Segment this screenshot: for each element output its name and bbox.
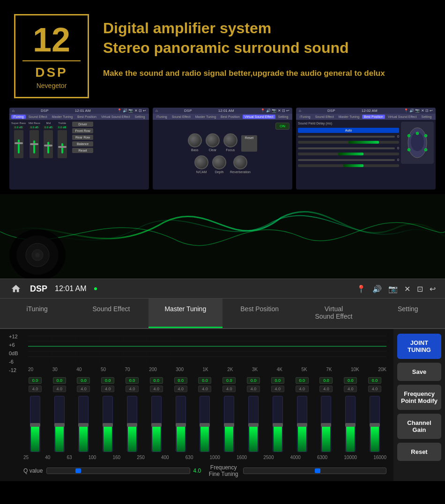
eq-slider-handle-5[interactable] xyxy=(127,423,137,427)
eq-slider-track-6[interactable] xyxy=(151,396,162,452)
tab-ituning[interactable]: iTuning xyxy=(0,299,74,328)
home-icon[interactable] xyxy=(9,282,22,295)
eq-slider-track-14[interactable] xyxy=(345,396,356,452)
eq-slider-handle-1[interactable] xyxy=(30,423,40,427)
eq-slider-15[interactable] xyxy=(363,396,386,452)
tab-sound-effect[interactable]: Sound Effect xyxy=(74,299,148,328)
eq-slider-handle-10[interactable] xyxy=(248,423,259,427)
eq-slider-track-3[interactable] xyxy=(78,396,89,452)
band-val-box-6[interactable]: 0.0 xyxy=(150,377,163,384)
eq-slider-3[interactable] xyxy=(72,396,96,452)
ss3-tab-virtual[interactable]: Virtual Sound Effect xyxy=(386,115,419,119)
tab-master-tuning[interactable]: Master Tuning xyxy=(148,299,222,328)
eq-slider-track-12[interactable] xyxy=(297,396,307,452)
eq-slider-track-1[interactable] xyxy=(30,396,40,452)
ss2-nicam-knob[interactable] xyxy=(194,155,208,169)
band-val-box-15[interactable]: 0.0 xyxy=(368,377,381,384)
band-val-box-3[interactable]: 0.0 xyxy=(77,377,90,384)
save-button[interactable]: Save xyxy=(397,363,441,381)
eq-slider-8[interactable] xyxy=(193,396,217,452)
ss1-ch4-slider[interactable] xyxy=(58,130,67,158)
ss1-btn-driver[interactable]: Driver xyxy=(72,122,93,127)
ss3-tab-setting[interactable]: Setting xyxy=(420,115,434,119)
eq-slider-11[interactable] xyxy=(266,396,289,452)
ss2-tab-setting[interactable]: Setting xyxy=(276,115,290,119)
ss2-tab-sound[interactable]: Sound Effect xyxy=(170,115,193,119)
ss3-tab-master[interactable]: Master Tuning xyxy=(337,115,361,119)
qvalue-handle[interactable] xyxy=(75,468,81,473)
eq-slider-track-7[interactable] xyxy=(176,396,186,452)
eq-slider-track-11[interactable] xyxy=(273,396,283,452)
eq-slider-5[interactable] xyxy=(120,396,144,452)
main-nav-tabs[interactable]: iTuning Sound Effect Master Tuning Best … xyxy=(0,299,445,329)
ss3-tab-best[interactable]: Best Position xyxy=(362,115,385,119)
ss2-tab-master[interactable]: Master Tuning xyxy=(193,115,218,119)
ss3-tab-sound[interactable]: Sound Effect xyxy=(313,115,336,119)
eq-slider-10[interactable] xyxy=(242,396,265,452)
eq-slider-track-8[interactable] xyxy=(200,396,210,452)
eq-slider-handle-11[interactable] xyxy=(273,423,283,427)
eq-slider-7[interactable] xyxy=(169,396,193,452)
window-icon[interactable]: ⊡ xyxy=(417,285,423,293)
qvalue-slider[interactable] xyxy=(46,467,190,474)
close-icon[interactable]: ✕ xyxy=(404,285,410,293)
eq-slider-handle-4[interactable] xyxy=(103,423,113,427)
eq-slider-handle-3[interactable] xyxy=(78,423,89,427)
channel-gain-button[interactable]: Channel Gain xyxy=(397,414,441,439)
eq-slider-track-13[interactable] xyxy=(321,396,331,452)
eq-slider-12[interactable] xyxy=(290,396,314,452)
eq-slider-handle-7[interactable] xyxy=(176,423,186,427)
band-val-box-14[interactable]: 0.0 xyxy=(344,377,357,384)
band-val-box-4[interactable]: 0.0 xyxy=(101,377,114,384)
ss1-tab-best[interactable]: Best Position xyxy=(75,115,98,119)
ss1-tab-virtual[interactable]: Virtual Sound Effect xyxy=(99,115,132,119)
ss2-reset-btn[interactable]: Reset xyxy=(241,135,257,152)
ss1-btn-reset[interactable]: Reset xyxy=(72,148,93,153)
eq-slider-handle-14[interactable] xyxy=(345,423,356,427)
eq-slider-1[interactable] xyxy=(23,396,47,452)
freq-fine-slider[interactable] xyxy=(243,467,386,474)
eq-slider-handle-15[interactable] xyxy=(370,423,380,427)
tab-setting[interactable]: Setting xyxy=(371,299,445,328)
joint-tuning-button[interactable]: JOINT TUNING xyxy=(397,334,441,359)
tab-virtual-sound[interactable]: VirtualSound Effect xyxy=(297,299,371,328)
frequency-point-modify-button[interactable]: FrequencyPoint Modify xyxy=(397,385,441,410)
ss2-tab-best[interactable]: Best Position xyxy=(219,115,242,119)
back-icon[interactable]: ↩ xyxy=(430,285,436,293)
eq-slider-track-15[interactable] xyxy=(370,396,380,452)
eq-slider-track-2[interactable] xyxy=(54,396,65,452)
band-val-box-10[interactable]: 0.0 xyxy=(247,377,260,384)
band-val-box-5[interactable]: 0.0 xyxy=(126,377,139,384)
ss1-ch1-slider[interactable] xyxy=(14,130,23,158)
eq-slider-2[interactable] xyxy=(48,396,71,452)
ss1-tab-sound[interactable]: Sound Effect xyxy=(27,115,49,119)
tab-best-position[interactable]: Best Position xyxy=(222,299,297,328)
eq-slider-track-10[interactable] xyxy=(248,396,259,452)
eq-slider-9[interactable] xyxy=(217,396,241,452)
eq-slider-track-5[interactable] xyxy=(127,396,137,452)
band-val-box-11[interactable]: 0.0 xyxy=(271,377,284,384)
eq-slider-handle-6[interactable] xyxy=(151,423,162,427)
ss3-sl3-track[interactable] xyxy=(298,159,395,161)
eq-slider-track-4[interactable] xyxy=(103,396,113,452)
band-val-box-7[interactable]: 0.0 xyxy=(174,377,187,384)
eq-slider-handle-9[interactable] xyxy=(224,423,234,427)
volume-icon[interactable]: 🔊 xyxy=(372,285,382,293)
ss3-auto-btn[interactable]: Auto xyxy=(298,128,399,133)
band-val-box-2[interactable]: 0.0 xyxy=(53,377,66,384)
ss1-tab-ituning[interactable]: iTuning xyxy=(11,115,26,119)
ss1-btn-front[interactable]: Front Row xyxy=(72,128,93,133)
band-val-box-9[interactable]: 0.0 xyxy=(222,377,236,384)
camera-icon[interactable]: 📷 xyxy=(388,285,398,293)
eq-slider-13[interactable] xyxy=(315,396,338,452)
eq-slider-handle-13[interactable] xyxy=(321,423,331,427)
ss3-sl1-track[interactable] xyxy=(298,136,395,138)
ss2-toggle-on[interactable]: ON xyxy=(275,123,289,130)
ss2-depth-knob[interactable] xyxy=(212,155,226,169)
ss1-btn-rear[interactable]: Rear Row xyxy=(72,135,93,140)
eq-slider-handle-12[interactable] xyxy=(297,423,307,427)
eq-slider-handle-2[interactable] xyxy=(54,423,65,427)
ss3-sl2-track[interactable] xyxy=(298,147,395,149)
freq-fine-handle[interactable] xyxy=(315,468,320,473)
band-val-box-12[interactable]: 0.0 xyxy=(296,377,309,384)
